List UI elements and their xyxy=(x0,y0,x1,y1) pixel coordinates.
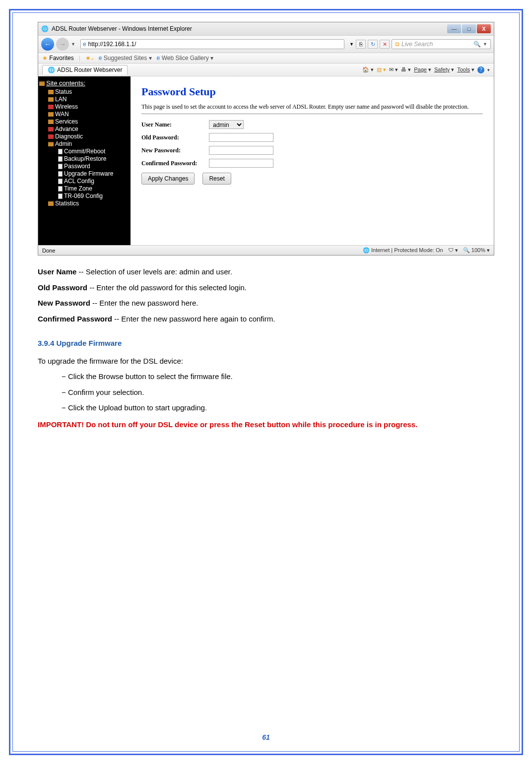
confirm-password-input[interactable] xyxy=(209,159,273,168)
favorites-button[interactable]: ★ Favorites xyxy=(42,55,74,62)
compat-view-button[interactable]: ⎘ xyxy=(356,40,366,49)
label-oldpw: Old Password xyxy=(38,283,87,292)
page-icon xyxy=(58,149,63,154)
folder-icon xyxy=(48,97,54,102)
zoom-control[interactable]: 🔍 100% ▾ xyxy=(463,247,490,254)
home-button[interactable]: 🏠 ▾ xyxy=(362,66,374,73)
star-icon: ★ xyxy=(42,55,48,62)
sidebar-item-wireless[interactable]: Wireless xyxy=(39,103,128,111)
sidebar-item-statistics[interactable]: Statistics xyxy=(39,200,128,207)
tab-favicon: 🌐 xyxy=(48,66,55,73)
sidebar-item-admin[interactable]: Admin xyxy=(39,140,128,148)
sidebar-item-services[interactable]: Services xyxy=(39,118,128,126)
ie-navbar: ← → ▼ e http://192.168.1.1/ ▼ ⎘ ↻ ✕ ⧉ Li… xyxy=(38,36,494,53)
section-heading: 3.9.4 Upgrade Firmware xyxy=(38,337,494,350)
page-number: 61 xyxy=(13,733,519,741)
address-bar[interactable]: e http://192.168.1.1/ xyxy=(80,39,344,49)
reset-button[interactable]: Reset xyxy=(202,173,231,185)
sidebar-item-wan[interactable]: WAN xyxy=(39,111,128,118)
folder-icon xyxy=(48,112,54,117)
page-description: This page is used to set the account to … xyxy=(141,103,483,111)
tree-root-icon xyxy=(39,81,45,86)
ie-logo-icon: 🌐 xyxy=(41,25,49,32)
folder-icon xyxy=(48,120,54,124)
divider xyxy=(141,114,483,114)
ie-titlebar: 🌐 ADSL Router Webserver - Windows Intern… xyxy=(38,22,494,36)
add-favorites-icon[interactable]: ★₊ xyxy=(85,55,94,62)
page-icon xyxy=(58,156,63,162)
search-placeholder: Live Search xyxy=(401,41,433,48)
page-icon xyxy=(58,171,63,177)
browser-tab[interactable]: 🌐 ADSL Router Webserver xyxy=(42,65,128,74)
sidebar-item-tr069[interactable]: TR-069 Config xyxy=(39,193,128,200)
page-icon xyxy=(58,164,63,169)
sidebar-item-lan[interactable]: LAN xyxy=(39,96,128,103)
upgrade-intro: To upgrade the firmware for the DSL devi… xyxy=(38,355,494,368)
newpw-label: New Password: xyxy=(141,147,206,154)
forward-button[interactable]: → xyxy=(56,38,69,51)
page-icon xyxy=(58,179,63,184)
web-slice-link[interactable]: e Web Slice Gallery ▾ xyxy=(157,55,214,62)
globe-icon: 🌐 xyxy=(363,247,370,253)
tools-menu[interactable]: Tools ▾ xyxy=(457,66,474,73)
status-zone: 🌐 Internet | Protected Mode: On xyxy=(363,247,443,254)
label-username: User Name xyxy=(38,267,76,276)
window-title: ADSL Router Webserver - Windows Internet… xyxy=(52,25,192,32)
username-label: User Name: xyxy=(141,121,206,129)
oldpw-label: Old Password: xyxy=(141,134,206,141)
tab-title: ADSL Router Webserver xyxy=(57,66,122,73)
folder-icon xyxy=(48,134,54,139)
important-warning: IMPORTANT! Do not turn off your DSL devi… xyxy=(38,418,494,431)
stop-button[interactable]: ✕ xyxy=(380,40,390,49)
folder-icon xyxy=(48,105,54,109)
folder-icon xyxy=(48,201,54,206)
old-password-input[interactable] xyxy=(209,133,273,142)
addr-dropdown-icon[interactable]: ▼ xyxy=(349,42,354,47)
search-dropdown-icon[interactable]: ▼ xyxy=(483,42,487,47)
ie-page-icon: e xyxy=(83,41,86,48)
sidebar-item-backup-restore[interactable]: Backup/Restore xyxy=(39,155,128,163)
sidebar-item-acl-config[interactable]: ACL Config xyxy=(39,178,128,185)
minimize-button[interactable]: — xyxy=(447,24,461,33)
folder-open-icon xyxy=(48,142,54,146)
sidebar-item-status[interactable]: Status xyxy=(39,88,128,96)
label-confpw: Confirmed Password xyxy=(38,315,112,323)
folder-icon xyxy=(48,127,54,131)
back-button[interactable]: ← xyxy=(41,38,54,51)
sidebar-item-upgrade-firmware[interactable]: Upgrade Firmware xyxy=(39,170,128,178)
ie-window: 🌐 ADSL Router Webserver - Windows Intern… xyxy=(38,22,494,256)
sidebar-item-password[interactable]: Password xyxy=(39,163,128,170)
sidebar-item-time-zone[interactable]: Time Zone xyxy=(39,185,128,193)
search-icon[interactable]: 🔍 xyxy=(473,41,481,48)
page-menu[interactable]: Page ▾ xyxy=(414,66,431,73)
apply-changes-button[interactable]: Apply Changes xyxy=(141,173,195,185)
navbar-dropdown-icon[interactable]: ▼ xyxy=(71,42,75,47)
maximize-button[interactable]: □ xyxy=(462,24,476,33)
favorites-bar: ★ Favorites | ★₊ e Suggested Sites ▾ e W… xyxy=(38,53,494,64)
page-heading: Password Setup xyxy=(141,85,483,98)
read-mail-button[interactable]: ✉ ▾ xyxy=(389,66,398,73)
page-icon xyxy=(58,193,63,199)
document-body: User Name -- Selection of user levels ar… xyxy=(38,265,494,431)
page-icon xyxy=(58,186,63,192)
sidebar: Site contents: Status LAN Wireless WAN S… xyxy=(38,76,131,245)
username-select[interactable]: admin xyxy=(209,120,244,129)
suggested-sites-link[interactable]: e Suggested Sites ▾ xyxy=(99,55,152,62)
ie-statusbar: Done 🌐 Internet | Protected Mode: On 🛡 ▾… xyxy=(38,245,494,255)
new-password-input[interactable] xyxy=(209,146,273,155)
close-button[interactable]: X xyxy=(477,24,491,33)
refresh-button[interactable]: ↻ xyxy=(368,40,378,49)
sidebar-item-advance[interactable]: Advance xyxy=(39,126,128,133)
sidebar-item-diagnostic[interactable]: Diagnostic xyxy=(39,133,128,140)
safety-menu[interactable]: Safety ▾ xyxy=(434,66,454,73)
search-box[interactable]: ⧉ Live Search 🔍 ▼ xyxy=(392,39,491,49)
status-security-icon[interactable]: 🛡 ▾ xyxy=(448,247,458,254)
folder-icon xyxy=(48,90,54,94)
main-panel: Password Setup This page is used to set … xyxy=(131,76,494,245)
print-button[interactable]: 🖶 ▾ xyxy=(401,66,411,73)
sidebar-item-commit-reboot[interactable]: Commit/Reboot xyxy=(39,148,128,155)
help-button[interactable]: ? xyxy=(477,66,484,73)
confpw-label: Confirmed Password: xyxy=(141,160,206,167)
url-text: http://192.168.1.1/ xyxy=(88,41,136,48)
feeds-button[interactable]: ▧ ▾ xyxy=(377,66,386,73)
